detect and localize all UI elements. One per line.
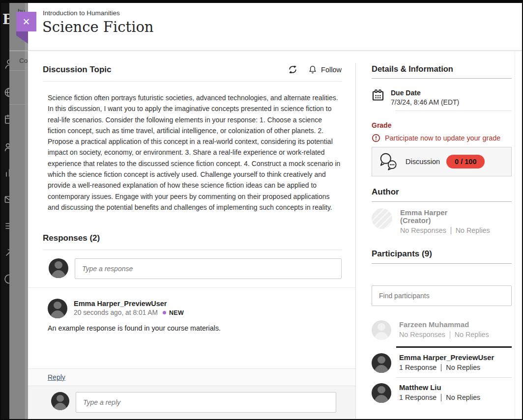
grade-pill-card: Discussion 0 / 100 [372,147,512,176]
count-separator [450,331,450,338]
globe-icon [3,86,9,98]
follow-label: Follow [321,66,342,74]
participant-responses-count: 1 Response [399,393,436,401]
discussion-prompt-text: Science fiction often portrays futuristi… [48,92,342,213]
response-input[interactable] [75,258,342,279]
author-name: Emma Harper [400,208,490,217]
backdrop-divider [9,70,28,71]
page-backdrop-scrim: bu Co [9,3,28,419]
author-responses-count: No Responses [400,226,446,234]
participant-row[interactable]: Farzeen Muhammad No Responses No Replies [372,320,512,340]
details-sidebar: Details & Information Due Date 7/3/24, 8… [356,51,515,419]
participant-name: Emma Harper_PreviewUser [399,353,494,362]
grades-list-icon [3,220,9,232]
reply-link[interactable]: Reply [48,373,65,381]
divider [372,201,512,202]
grade-alert-text: Participate now to update your grade [385,134,500,142]
due-date-row: Due Date 7/3/24, 8:46 AM (EDT) [372,89,512,106]
divider [395,111,512,111]
discussion-bubbles-icon [378,152,400,171]
count-separator [441,364,441,371]
screenshot-root: B bu Co ✕ Introduction to Humanities Sci… [0,0,523,420]
participant-avatar [372,383,391,403]
details-heading: Details & Information [372,64,512,74]
responses-heading: Responses (2) [43,233,342,243]
close-button[interactable]: ✕ [16,12,36,31]
calendar-nav-icon [3,113,9,125]
response-timestamp: 20 seconds ago, at 8:01 AM [74,309,158,316]
author-row: Emma Harper (Creator) No Responses No Re… [372,208,512,234]
profile-icon [3,58,9,70]
participants-heading: Participants (9) [372,249,512,259]
grade-section-label: Grade [372,121,512,129]
author-avatar [372,208,392,229]
participant-name: Farzeen Muhammad [399,320,489,329]
backdrop-partial-text: Co [19,57,28,64]
follow-button[interactable]: Follow [308,65,342,75]
reply-input[interactable] [76,392,336,413]
response-item: Emma Harper_PreviewUser 20 seconds ago, … [28,288,355,332]
scroll-gutter-line [515,51,515,419]
divider [372,263,512,264]
divider [43,81,342,82]
participant-name: Matthew Liu [399,383,480,392]
participant-row[interactable]: Matthew Liu 1 Response No Replies [372,383,512,403]
count-separator [451,227,451,234]
divider [43,250,342,250]
divider [372,78,512,79]
new-indicator-dot [163,311,166,314]
refresh-button[interactable] [288,64,298,75]
response-author-avatar [48,299,67,318]
participant-responses-count: 1 Response [399,364,436,371]
discussion-panel: ✕ Introduction to Humanities Science Fic… [28,3,522,419]
refresh-icon [288,64,298,75]
grade-item-label: Discussion [406,158,440,166]
author-heading: Author [372,187,512,197]
external-link-icon [3,247,9,258]
backdrop-divider [9,51,28,51]
grade-alert: Participate now to update your grade [372,134,512,142]
unread-separator [396,346,512,348]
participant-avatar [372,320,391,340]
calendar-icon [372,89,384,102]
grade-score-pill: 0 / 100 [446,155,485,168]
due-date-label: Due Date [391,89,459,97]
participant-replies-count: No Replies [455,331,489,338]
find-participants-input[interactable] [372,285,512,306]
new-badge: NEW [169,309,184,316]
panel-header: Introduction to Humanities Science Ficti… [28,3,522,51]
author-role: (Creator) [400,217,490,224]
discussion-content-column: Discussion Topic [28,51,355,419]
global-nav-sidebar: B [1,3,9,419]
count-separator [441,394,441,401]
response-body-text: An example response is found in your cou… [48,324,342,332]
breadcrumb-course-name: Introduction to Humanities [43,9,120,17]
backdrop-divider [9,104,28,105]
alert-circle-icon [372,134,380,142]
participant-replies-count: No Replies [446,364,480,371]
divider [396,377,512,378]
reply-section: Reply [28,368,355,419]
participant-row[interactable]: Emma Harper_PreviewUser 1 Response No Re… [372,353,512,373]
page-title: Science Fiction [42,19,154,35]
author-replies-count: No Replies [456,226,490,234]
bell-icon [308,65,318,75]
recent-icon [3,273,9,285]
participant-replies-count: No Replies [446,393,480,401]
response-author-name: Emma Harper_PreviewUser [74,299,184,308]
activity-icon [3,167,9,179]
current-user-avatar [51,392,69,410]
participant-responses-count: No Responses [399,331,445,338]
messages-icon [3,194,9,205]
people-icon [3,141,9,153]
due-date-value: 7/3/24, 8:46 AM (EDT) [391,98,459,106]
blackboard-logo: B [2,13,9,26]
participant-avatar [372,353,391,373]
close-icon: ✕ [23,17,30,27]
discussion-topic-heading: Discussion Topic [43,65,112,75]
current-user-avatar [49,258,68,278]
topic-actions: Follow [288,64,342,75]
